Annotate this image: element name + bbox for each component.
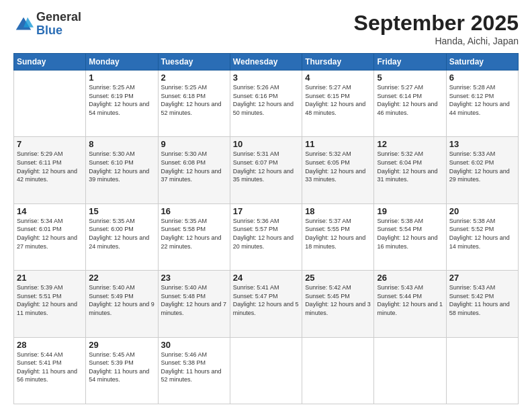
sunrise-text: Sunrise: 5:40 AM <box>89 284 135 291</box>
calendar-day-cell: 13 Sunrise: 5:33 AM Sunset: 6:02 PM Dayl… <box>446 137 518 203</box>
calendar-day-cell: 15 Sunrise: 5:35 AM Sunset: 6:00 PM Dayl… <box>86 203 158 270</box>
day-info: Sunrise: 5:43 AM Sunset: 5:44 PM Dayligh… <box>377 283 443 317</box>
day-number: 19 <box>377 206 443 216</box>
daylight-text: Daylight: 12 hours and 14 minutes. <box>449 234 510 250</box>
calendar-day-cell: 18 Sunrise: 5:37 AM Sunset: 5:55 PM Dayl… <box>302 203 374 270</box>
sunset-text: Sunset: 5:51 PM <box>17 293 62 300</box>
daylight-text: Daylight: 12 hours and 24 minutes. <box>89 234 149 250</box>
sunset-text: Sunset: 6:04 PM <box>377 159 422 166</box>
daylight-text: Daylight: 12 hours and 5 minutes. <box>233 301 299 316</box>
logo-icon <box>13 15 34 35</box>
daylight-text: Daylight: 12 hours and 7 minutes. <box>161 301 227 316</box>
day-info: Sunrise: 5:45 AM Sunset: 5:39 PM Dayligh… <box>89 351 154 384</box>
day-info: Sunrise: 5:30 AM Sunset: 6:08 PM Dayligh… <box>161 150 227 183</box>
daylight-text: Daylight: 11 hours and 52 minutes. <box>161 368 222 383</box>
sunrise-text: Sunrise: 5:39 AM <box>17 284 63 291</box>
calendar-day-cell: 20 Sunrise: 5:38 AM Sunset: 5:52 PM Dayl… <box>446 203 518 270</box>
sunset-text: Sunset: 6:11 PM <box>17 159 62 166</box>
calendar-day-cell: 10 Sunrise: 5:31 AM Sunset: 6:07 PM Dayl… <box>230 137 302 203</box>
day-info: Sunrise: 5:39 AM Sunset: 5:51 PM Dayligh… <box>17 283 83 317</box>
day-info: Sunrise: 5:35 AM Sunset: 6:00 PM Dayligh… <box>89 217 154 250</box>
day-number: 12 <box>377 139 443 149</box>
calendar-day-cell: 29 Sunrise: 5:45 AM Sunset: 5:39 PM Dayl… <box>86 337 158 404</box>
logo-blue: Blue <box>36 24 81 38</box>
day-info: Sunrise: 5:26 AM Sunset: 6:16 PM Dayligh… <box>233 83 299 117</box>
sunset-text: Sunset: 6:19 PM <box>89 93 134 99</box>
calendar-day-cell: 19 Sunrise: 5:38 AM Sunset: 5:54 PM Dayl… <box>374 203 446 270</box>
sunset-text: Sunset: 6:14 PM <box>377 93 422 99</box>
day-number: 9 <box>161 139 227 149</box>
daylight-text: Daylight: 12 hours and 20 minutes. <box>233 234 294 250</box>
daylight-text: Daylight: 12 hours and 44 minutes. <box>449 101 510 116</box>
daylight-text: Daylight: 12 hours and 27 minutes. <box>17 234 77 250</box>
sunrise-text: Sunrise: 5:43 AM <box>449 284 496 291</box>
sunset-text: Sunset: 5:58 PM <box>161 226 206 232</box>
sunrise-text: Sunrise: 5:35 AM <box>161 218 208 224</box>
daylight-text: Daylight: 12 hours and 9 minutes. <box>89 301 154 316</box>
calendar-day-cell <box>374 337 446 404</box>
daylight-text: Daylight: 11 hours and 54 minutes. <box>89 368 149 383</box>
day-number: 20 <box>449 206 515 216</box>
daylight-text: Daylight: 12 hours and 46 minutes. <box>377 101 437 116</box>
day-number: 4 <box>305 73 371 83</box>
sunset-text: Sunset: 5:49 PM <box>89 293 134 300</box>
page: General Blue September 2025 Handa, Aichi… <box>0 0 532 411</box>
day-number: 22 <box>89 273 154 283</box>
calendar-day-cell: 24 Sunrise: 5:41 AM Sunset: 5:47 PM Dayl… <box>230 271 302 337</box>
calendar-day-cell <box>230 337 302 404</box>
calendar-week-row: 1 Sunrise: 5:25 AM Sunset: 6:19 PM Dayli… <box>14 71 519 137</box>
day-info: Sunrise: 5:43 AM Sunset: 5:42 PM Dayligh… <box>449 283 515 317</box>
day-number: 7 <box>17 139 83 149</box>
sunrise-text: Sunrise: 5:30 AM <box>161 150 208 157</box>
day-info: Sunrise: 5:36 AM Sunset: 5:57 PM Dayligh… <box>233 217 299 250</box>
calendar-day-cell <box>302 337 374 404</box>
sunset-text: Sunset: 5:52 PM <box>449 226 494 232</box>
day-number: 10 <box>233 139 299 149</box>
day-info: Sunrise: 5:27 AM Sunset: 6:15 PM Dayligh… <box>305 83 371 117</box>
sunrise-text: Sunrise: 5:45 AM <box>89 351 135 358</box>
day-number: 1 <box>89 73 154 83</box>
header-friday: Friday <box>374 54 446 71</box>
sunset-text: Sunset: 6:01 PM <box>17 226 62 232</box>
day-info: Sunrise: 5:28 AM Sunset: 6:12 PM Dayligh… <box>449 83 515 117</box>
day-info: Sunrise: 5:35 AM Sunset: 5:58 PM Dayligh… <box>161 217 227 250</box>
calendar-day-cell: 16 Sunrise: 5:35 AM Sunset: 5:58 PM Dayl… <box>158 203 230 270</box>
sunset-text: Sunset: 5:38 PM <box>161 359 206 366</box>
header: General Blue September 2025 Handa, Aichi… <box>13 11 519 46</box>
sunrise-text: Sunrise: 5:38 AM <box>377 218 423 224</box>
day-number: 17 <box>233 206 299 216</box>
sunset-text: Sunset: 5:57 PM <box>233 226 278 232</box>
day-number: 3 <box>233 73 299 83</box>
daylight-text: Daylight: 12 hours and 33 minutes. <box>305 168 365 183</box>
daylight-text: Daylight: 12 hours and 16 minutes. <box>377 234 437 250</box>
sunset-text: Sunset: 6:10 PM <box>89 159 134 166</box>
calendar-day-cell: 27 Sunrise: 5:43 AM Sunset: 5:42 PM Dayl… <box>446 271 518 337</box>
day-number: 5 <box>377 73 443 83</box>
sunrise-text: Sunrise: 5:25 AM <box>89 84 135 91</box>
sunrise-text: Sunrise: 5:27 AM <box>305 84 351 91</box>
calendar-day-cell: 26 Sunrise: 5:43 AM Sunset: 5:44 PM Dayl… <box>374 271 446 337</box>
title-section: September 2025 Handa, Aichi, Japan <box>354 11 519 46</box>
daylight-text: Daylight: 12 hours and 37 minutes. <box>161 168 222 183</box>
day-info: Sunrise: 5:32 AM Sunset: 6:04 PM Dayligh… <box>377 150 443 183</box>
daylight-text: Daylight: 12 hours and 22 minutes. <box>161 234 222 250</box>
sunrise-text: Sunrise: 5:25 AM <box>161 84 208 91</box>
daylight-text: Daylight: 11 hours and 58 minutes. <box>449 301 510 316</box>
sunset-text: Sunset: 5:39 PM <box>89 359 134 366</box>
sunrise-text: Sunrise: 5:28 AM <box>449 84 496 91</box>
day-info: Sunrise: 5:29 AM Sunset: 6:11 PM Dayligh… <box>17 150 83 183</box>
logo-general: General <box>36 11 81 24</box>
header-thursday: Thursday <box>302 54 374 71</box>
sunrise-text: Sunrise: 5:44 AM <box>17 351 63 358</box>
calendar-day-cell: 7 Sunrise: 5:29 AM Sunset: 6:11 PM Dayli… <box>14 137 86 203</box>
day-info: Sunrise: 5:27 AM Sunset: 6:14 PM Dayligh… <box>377 83 443 117</box>
sunrise-text: Sunrise: 5:32 AM <box>377 150 423 157</box>
calendar-day-cell: 11 Sunrise: 5:32 AM Sunset: 6:05 PM Dayl… <box>302 137 374 203</box>
day-info: Sunrise: 5:34 AM Sunset: 6:01 PM Dayligh… <box>17 217 83 250</box>
header-saturday: Saturday <box>446 54 518 71</box>
day-info: Sunrise: 5:38 AM Sunset: 5:54 PM Dayligh… <box>377 217 443 250</box>
daylight-text: Daylight: 12 hours and 54 minutes. <box>89 101 149 116</box>
location-subtitle: Handa, Aichi, Japan <box>354 36 519 46</box>
sunrise-text: Sunrise: 5:46 AM <box>161 351 208 358</box>
daylight-text: Daylight: 12 hours and 35 minutes. <box>233 168 294 183</box>
